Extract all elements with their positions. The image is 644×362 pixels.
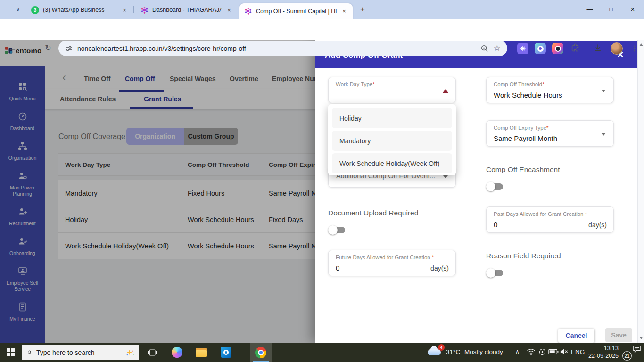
required-mark: *: [546, 125, 548, 131]
reason-field-required-label: Reason Field Required: [486, 252, 561, 260]
work-day-type-dropdown: Holiday Mandatory Work Schedule Holiday(…: [328, 104, 456, 175]
page-scrollbar[interactable]: [637, 40, 644, 343]
comp-off-encashment-toggle[interactable]: [487, 183, 503, 190]
close-icon[interactable]: ×: [340, 8, 348, 15]
comp-off-threshold-select[interactable]: Comp Off Threshold* Work Schedule Hours: [486, 77, 614, 103]
chevron-down-icon: [601, 90, 606, 92]
hrapp-favicon: [244, 7, 252, 15]
comp-off-expiry-type-select[interactable]: Comp Off Expiry Type* Same Payroll Month: [486, 120, 614, 147]
forward-button[interactable]: →: [24, 41, 37, 55]
download-icon[interactable]: [593, 43, 603, 53]
zoom-out-icon[interactable]: [480, 44, 489, 53]
window-close-button[interactable]: ×: [626, 3, 640, 16]
battery-icon[interactable]: [548, 349, 559, 354]
reload-button[interactable]: ↻: [41, 41, 55, 55]
unit-suffix: day(s): [430, 264, 449, 272]
input-value: 0: [494, 221, 497, 229]
extensions-puzzle-icon[interactable]: [570, 43, 580, 53]
tray-expand-chevron-icon[interactable]: ∧: [515, 348, 520, 355]
toggle-knob: [486, 182, 495, 191]
extension-icon[interactable]: [552, 43, 563, 54]
windows-logo-icon: [7, 348, 15, 357]
outlook-button[interactable]: [215, 343, 237, 362]
whatsapp-favicon: 3: [31, 6, 39, 14]
field-label: Past Days Allowed for Grant Creation: [494, 211, 583, 217]
url-text: noncalendartest1.hrapp.co.in/v3/settings…: [77, 45, 476, 52]
chrome-icon: [255, 347, 266, 358]
save-button[interactable]: Save: [605, 328, 632, 342]
start-button[interactable]: [0, 343, 22, 362]
weather-widget[interactable]: 4: [427, 346, 444, 359]
file-explorer-button[interactable]: [190, 343, 212, 362]
task-view-icon: [148, 348, 157, 357]
search-input[interactable]: [36, 349, 122, 356]
site-settings-tune-icon[interactable]: [65, 45, 73, 52]
cancel-button[interactable]: Cancel: [558, 329, 594, 343]
wifi-icon[interactable]: [527, 348, 536, 356]
toggle-knob: [486, 268, 495, 278]
scroll-down-arrow-icon[interactable]: [639, 337, 643, 339]
dropdown-option-work-schedule-holiday[interactable]: Work Schedule Holiday(Week Off): [332, 153, 452, 173]
copilot-icon: [172, 347, 182, 358]
hrapp-favicon: [140, 6, 149, 14]
action-center[interactable]: 21: [622, 344, 642, 361]
browser-tab-whatsapp[interactable]: 3 (3) WhatsApp Business ×: [27, 3, 132, 17]
close-icon[interactable]: ×: [225, 7, 233, 14]
selected-value: Work Schedule Hours: [494, 91, 562, 99]
reason-field-required-toggle[interactable]: [487, 270, 503, 276]
window-minimize-button[interactable]: —: [583, 3, 597, 16]
task-view-button[interactable]: [141, 343, 163, 362]
browser-tab-dashboard[interactable]: Dashboard - THIAGARAJAR COL ×: [137, 3, 237, 17]
tab-title: Dashboard - THIAGARAJAR COL: [152, 7, 222, 13]
bookmark-star-icon[interactable]: ☆: [494, 43, 501, 53]
required-mark: *: [432, 255, 434, 260]
clock-date: 22-09-2025: [584, 352, 619, 360]
extension-icon[interactable]: [517, 43, 528, 54]
browser-menu-icon[interactable]: ⋮: [631, 42, 638, 55]
document-upload-required-label: Document Upload Required: [328, 209, 418, 217]
notification-icon: [633, 345, 641, 353]
dropdown-open-caret-icon: [443, 89, 448, 93]
dropdown-option-holiday[interactable]: Holiday: [332, 108, 452, 128]
chevron-down-icon: [601, 133, 606, 136]
extension-icon[interactable]: [535, 43, 546, 54]
windows-taskbar: 4 31°C Mostly cloudy ∧ ENG 13:13 22-09-2…: [0, 343, 644, 362]
browser-tab-active[interactable]: Comp Off - Summit Capital | HR ×: [239, 3, 353, 19]
back-button[interactable]: ←: [6, 41, 19, 55]
weather-alert-badge: 4: [438, 344, 445, 351]
address-bar[interactable]: noncalendartest1.hrapp.co.in/v3/settings…: [58, 41, 507, 56]
cloud-icon: [428, 349, 441, 355]
language-indicator[interactable]: ENG: [571, 348, 585, 355]
close-icon[interactable]: ×: [121, 7, 128, 14]
past-days-input[interactable]: Past Days Allowed for Grant Creation * 0…: [486, 206, 614, 233]
work-day-type-select[interactable]: Work Day Type*: [328, 77, 456, 103]
tab-title: Comp Off - Summit Capital | HR: [256, 8, 337, 15]
dropdown-option-mandatory[interactable]: Mandatory: [332, 131, 452, 151]
volume-muted-icon[interactable]: [560, 348, 568, 355]
profile-avatar[interactable]: [611, 42, 623, 55]
document-upload-required-toggle[interactable]: [329, 227, 345, 233]
chevron-down-icon: [443, 175, 448, 178]
browser-tabstrip: ∨ 3 (3) WhatsApp Business × Dashboard - …: [0, 0, 644, 19]
weather-condition[interactable]: Mostly cloudy: [464, 348, 503, 355]
window-maximize-button[interactable]: □: [604, 3, 618, 16]
chevron-down-icon: ∨: [16, 6, 20, 13]
field-label: Work Day Type: [336, 82, 372, 87]
taskbar-search[interactable]: [22, 345, 139, 360]
weather-temp[interactable]: 31°C: [446, 348, 460, 355]
chrome-button-active[interactable]: [250, 343, 272, 362]
scroll-up-arrow-icon[interactable]: [639, 43, 643, 46]
tab-search-button[interactable]: ∨: [12, 4, 24, 15]
taskbar-clock[interactable]: 13:13 22-09-2025: [584, 345, 619, 360]
screen: ∨ 3 (3) WhatsApp Business × Dashboard - …: [0, 0, 644, 362]
outlook-icon: [221, 347, 231, 358]
copilot-button[interactable]: [166, 343, 188, 362]
selected-value: Same Payroll Month: [494, 134, 557, 142]
meet-now-icon[interactable]: [538, 348, 546, 356]
new-tab-button[interactable]: +: [357, 4, 368, 15]
future-days-input[interactable]: Future Days Allowed for Grant Creation *…: [328, 250, 456, 276]
comp-off-encashment-label: Comp Off Encashment: [486, 165, 560, 174]
browser-toolbar: ← → ↻ noncalendartest1.hrapp.co.in/v3/se…: [0, 19, 644, 40]
field-label: Comp Off Expiry Type: [494, 125, 546, 131]
tab-divider: [133, 6, 134, 13]
